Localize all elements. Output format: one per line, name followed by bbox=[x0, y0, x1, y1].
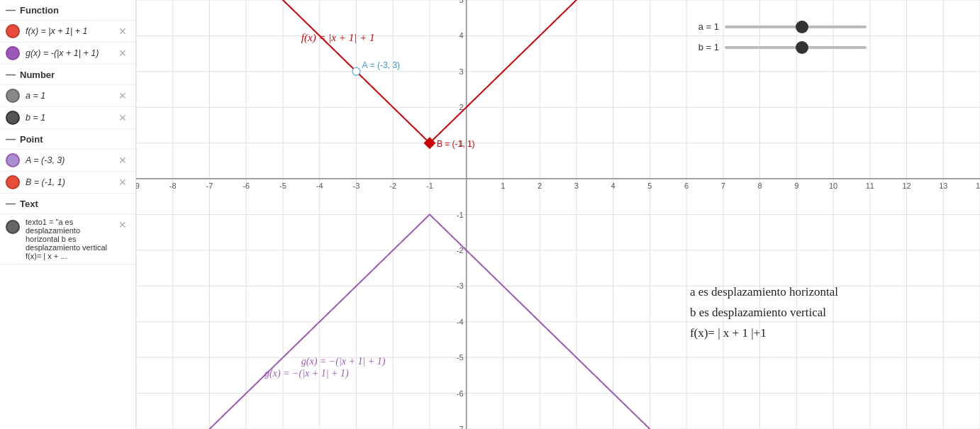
texto1-label: texto1 = "a es desplazamiento horizontal… bbox=[26, 218, 116, 260]
annotation-line1: a es desplazamiento horizontal bbox=[690, 282, 838, 303]
collapse-function-icon[interactable]: — bbox=[6, 4, 16, 16]
B-color-icon bbox=[6, 175, 20, 189]
b-color-icon bbox=[6, 111, 20, 125]
a-label: a = 1 bbox=[26, 91, 116, 101]
a-close-icon[interactable]: ✕ bbox=[116, 89, 130, 103]
point-A-item: A = (-3, 3) ✕ bbox=[0, 150, 135, 172]
annotation-line3: f(x)= | x + 1 |+1 bbox=[690, 323, 838, 344]
slider-b-input[interactable] bbox=[725, 46, 867, 49]
texto1-color-icon bbox=[6, 220, 20, 234]
gx-color-icon bbox=[6, 46, 20, 60]
fx-label: f(x) = |x + 1| + 1 bbox=[26, 26, 116, 36]
fx-close-icon[interactable]: ✕ bbox=[116, 24, 130, 38]
b-close-icon[interactable]: ✕ bbox=[116, 111, 130, 125]
point-B-item: B = (-1, 1) ✕ bbox=[0, 172, 135, 194]
collapse-text-icon[interactable]: — bbox=[6, 198, 16, 209]
A-close-icon[interactable]: ✕ bbox=[116, 153, 130, 167]
slider-b-label: b = 1 bbox=[694, 42, 719, 52]
text-texto1-item: texto1 = "a es desplazamiento horizontal… bbox=[0, 214, 135, 264]
section-number: — Number bbox=[0, 65, 135, 85]
function-gx-item: g(x) = -(|x + 1| + 1) ✕ bbox=[0, 43, 135, 65]
text-annotation: a es desplazamiento horizontal b es desp… bbox=[690, 282, 838, 344]
slider-b-row: b = 1 bbox=[694, 42, 867, 52]
B-close-icon[interactable]: ✕ bbox=[116, 175, 130, 189]
section-function-label: Function bbox=[20, 5, 59, 16]
A-label: A = (-3, 3) bbox=[26, 155, 116, 165]
graph-area[interactable]: a = 1 b = 1 a es desplazamiento horizont… bbox=[136, 0, 980, 429]
gx-label: g(x) = -(|x + 1| + 1) bbox=[26, 48, 116, 58]
sliders-container: a = 1 b = 1 bbox=[694, 21, 867, 52]
b-label: b = 1 bbox=[26, 113, 116, 123]
gx-close-icon[interactable]: ✕ bbox=[116, 46, 130, 60]
section-point-label: Point bbox=[20, 134, 43, 145]
slider-a-label: a = 1 bbox=[694, 21, 719, 32]
texto1-close-icon[interactable]: ✕ bbox=[116, 218, 130, 232]
annotation-line2: b es desplazamiento vertical bbox=[690, 303, 838, 323]
collapse-point-icon[interactable]: — bbox=[6, 133, 16, 145]
function-fx-item: f(x) = |x + 1| + 1 ✕ bbox=[0, 21, 135, 43]
section-function: — Function bbox=[0, 0, 135, 21]
section-point: — Point bbox=[0, 129, 135, 150]
fx-color-icon bbox=[6, 24, 20, 38]
graph-canvas bbox=[136, 0, 980, 429]
slider-a-input[interactable] bbox=[725, 26, 867, 28]
B-label: B = (-1, 1) bbox=[26, 177, 116, 187]
a-color-icon bbox=[6, 89, 20, 103]
collapse-number-icon[interactable]: — bbox=[6, 69, 16, 80]
section-text-label: Text bbox=[20, 199, 38, 209]
number-a-item: a = 1 ✕ bbox=[0, 85, 135, 107]
slider-a-row: a = 1 bbox=[694, 21, 867, 32]
A-color-icon bbox=[6, 153, 20, 167]
section-number-label: Number bbox=[20, 69, 55, 80]
number-b-item: b = 1 ✕ bbox=[0, 107, 135, 129]
sidebar: — Function f(x) = |x + 1| + 1 ✕ g(x) = -… bbox=[0, 0, 136, 429]
section-text: — Text bbox=[0, 194, 135, 214]
